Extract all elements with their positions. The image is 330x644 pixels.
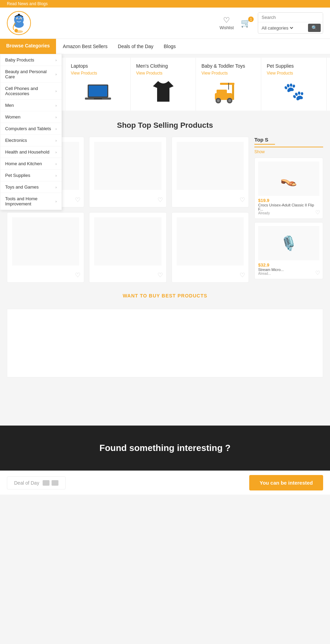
- mic-emoji: 🎙️: [280, 235, 297, 251]
- sidebar-right: Top S Show 👡 $19.9 Crocs Unisex-Adult Cl…: [254, 137, 323, 283]
- dropdown-item-toys[interactable]: Toys and Games ›: [0, 181, 62, 193]
- product-image: [177, 217, 244, 265]
- image-icon-2: [52, 480, 58, 486]
- cart-button[interactable]: 🛒 1: [241, 18, 251, 28]
- dropdown-item-label: Men: [5, 103, 14, 108]
- dropdown-item-label: Pet Supplies: [5, 173, 30, 178]
- dropdown-item-computers[interactable]: Computers and Tablets ›: [0, 123, 62, 135]
- slider-view-link[interactable]: View Products: [71, 71, 97, 76]
- spacer: [0, 381, 330, 415]
- dropdown-item-women[interactable]: Women ›: [0, 111, 62, 123]
- slider-item-laptops: Laptops View Products: [65, 58, 131, 111]
- heart-icon: ♡: [223, 16, 230, 25]
- sidebar-product-price: $19.9: [258, 198, 319, 203]
- dropdown-item-cell-phones[interactable]: Cell Phones and Accessories ›: [0, 83, 62, 100]
- sidebar-product-price: $32.9: [258, 262, 319, 268]
- wishlist-icon[interactable]: ♡: [75, 271, 80, 279]
- wishlist-icon[interactable]: ♡: [240, 196, 245, 204]
- wishlist-icon[interactable]: ♡: [240, 271, 245, 279]
- nav-link-best-sellers[interactable]: Amazon Best Sellers: [63, 39, 108, 54]
- slider-item-pet-supplies: Pet Supplies View Products 🐾: [261, 58, 327, 111]
- dropdown-item-electronics[interactable]: Electronics ›: [0, 135, 62, 146]
- slider-view-link[interactable]: View Products: [267, 71, 293, 76]
- logo: [7, 11, 31, 35]
- chevron-right-icon: ›: [55, 72, 57, 76]
- svg-point-27: [228, 99, 231, 102]
- deal-icons: [43, 480, 58, 486]
- header-right: ♡ Wishlist 🛒 1 All categories 🔍: [220, 12, 323, 34]
- slider-product-name: Men's Clothing: [136, 63, 168, 69]
- bottom-bar: Deal of Day You can be interested: [0, 471, 330, 495]
- chevron-right-icon: ›: [55, 89, 57, 93]
- nav-links: Amazon Best Sellers Deals of the Day Blo…: [56, 39, 183, 54]
- dropdown-item-baby-products[interactable]: Baby Products ›: [0, 54, 62, 66]
- cta-text[interactable]: WANT TO BUY BEST PRODUCTS: [0, 286, 330, 305]
- slider-product-image: [136, 78, 190, 105]
- sidebar-product-title: Crocs Unisex-Adult Classic II Flip F...: [258, 203, 319, 211]
- sidebar-product-availability: Alread...: [258, 272, 319, 275]
- svg-rect-22: [232, 83, 234, 100]
- slider-item-baby-toys: Baby & Toddler Toys View Products: [196, 58, 261, 111]
- wishlist-button[interactable]: ♡ Wishlist: [220, 16, 234, 30]
- category-select[interactable]: All categories: [260, 25, 294, 31]
- product-card: ♡: [172, 212, 249, 283]
- slider-view-link[interactable]: View Products: [136, 71, 162, 76]
- dropdown-item-beauty[interactable]: Beauty and Personal Care ›: [0, 66, 62, 83]
- interested-label: You can be interested: [260, 480, 313, 486]
- slider-product-image: [201, 78, 255, 105]
- dropdown-item-home-kitchen[interactable]: Home and Kitchen ›: [0, 158, 62, 170]
- chevron-right-icon: ›: [55, 58, 57, 62]
- wishlist-icon[interactable]: ♡: [315, 209, 320, 216]
- chevron-right-icon: ›: [55, 127, 57, 131]
- search-button[interactable]: 🔍: [308, 24, 321, 32]
- product-card: ♡: [172, 137, 249, 207]
- slider-product-name: Pet Supplies: [267, 63, 294, 69]
- dropdown-item-tools[interactable]: Tools and Home Improvement ›: [0, 193, 62, 210]
- sidebar-show-link[interactable]: Show: [254, 149, 323, 154]
- crocs-emoji: 👡: [280, 171, 297, 187]
- dropdown-item-label: Home and Kitchen: [5, 161, 42, 166]
- dropdown-item-label: Computers and Tablets: [5, 126, 51, 131]
- interested-button[interactable]: You can be interested: [249, 475, 323, 490]
- product-image: [94, 217, 161, 265]
- browse-categories-button[interactable]: Browse Categories: [0, 39, 56, 54]
- laptop-icon: [84, 81, 112, 102]
- deal-of-day: Deal of Day: [7, 476, 66, 489]
- dropdown-item-health[interactable]: Health and Household ›: [0, 146, 62, 158]
- logo-svg: [9, 13, 29, 33]
- slider-view-link[interactable]: View Products: [201, 71, 228, 76]
- wishlist-icon[interactable]: ♡: [157, 271, 163, 279]
- chevron-right-icon: ›: [55, 115, 57, 119]
- sidebar-product-2: 🎙️ $32.9 Stream Micro... Alread... ♡: [254, 222, 323, 279]
- svg-point-4: [17, 19, 18, 20]
- svg-point-7: [15, 30, 23, 33]
- shirt-icon: [150, 79, 177, 103]
- svg-rect-21: [217, 90, 227, 94]
- wishlist-icon[interactable]: ♡: [75, 196, 80, 204]
- search-input[interactable]: [258, 13, 323, 22]
- search-bottom: All categories 🔍: [258, 22, 323, 33]
- wishlist-icon[interactable]: ♡: [157, 196, 163, 204]
- search-top: [258, 13, 323, 22]
- slider-product-name: Laptops: [71, 63, 88, 69]
- wishlist-label: Wishlist: [220, 25, 234, 30]
- logo-wrap: [7, 11, 31, 35]
- pet-emoji: 🐾: [283, 81, 305, 101]
- search-wrap: All categories 🔍: [258, 12, 323, 34]
- header: ♡ Wishlist 🛒 1 All categories 🔍: [0, 8, 330, 39]
- product-image: [94, 142, 161, 190]
- top-bar: Read News and Blogs: [0, 0, 330, 8]
- nav-link-blogs[interactable]: Blogs: [164, 39, 176, 54]
- nav-link-deals[interactable]: Deals of the Day: [118, 39, 154, 54]
- dropdown-item-pet[interactable]: Pet Supplies ›: [0, 170, 62, 181]
- cart-badge: 1: [248, 16, 254, 22]
- svg-rect-19: [94, 98, 102, 99]
- dropdown-item-label: Health and Household: [5, 149, 50, 155]
- wishlist-icon[interactable]: ♡: [315, 270, 320, 276]
- dropdown-item-men[interactable]: Men ›: [0, 100, 62, 111]
- chevron-right-icon: ›: [55, 138, 57, 143]
- svg-rect-23: [220, 83, 234, 85]
- dropdown-item-label: Beauty and Personal Care: [5, 69, 55, 79]
- svg-point-25: [217, 99, 220, 102]
- product-card: ♡: [89, 137, 166, 207]
